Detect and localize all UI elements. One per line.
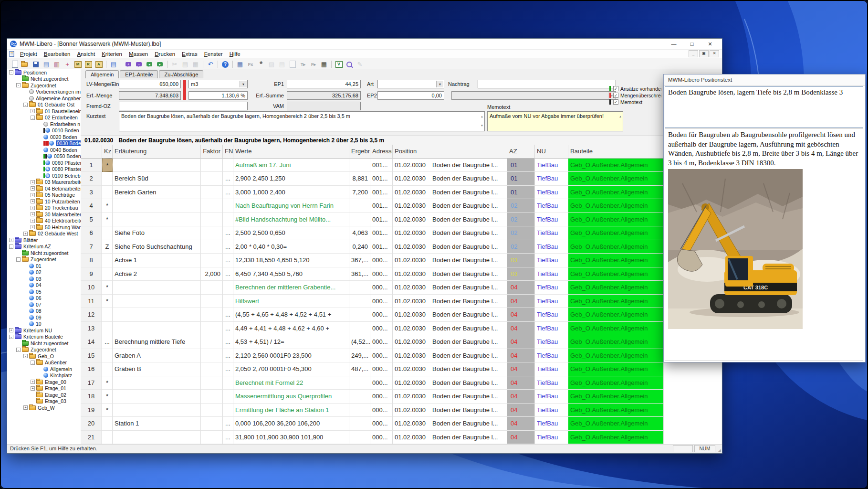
cell-fn[interactable] (223, 390, 233, 404)
expand-icon[interactable]: + (31, 212, 35, 216)
tree-item-bl-tter[interactable]: +Blätter (7, 237, 81, 244)
expand-icon[interactable]: + (9, 238, 13, 242)
tree-item-08[interactable]: 08 (7, 308, 81, 315)
cell-ergebnis[interactable] (349, 417, 370, 431)
cell-bauteile[interactable]: Geb_O.Außenber.Allgemein (568, 390, 664, 404)
cell-row-number[interactable]: 14 (81, 335, 102, 349)
collapse-icon[interactable]: - (16, 257, 21, 262)
collapse-icon[interactable]: - (9, 70, 13, 74)
cell-row-number[interactable]: 18 (81, 390, 102, 404)
expand-icon[interactable]: + (31, 380, 35, 384)
ep1-input[interactable]: 44,25 (287, 80, 361, 88)
cell-faktor[interactable] (201, 349, 223, 363)
cell-werte[interactable]: 2,050 2,700 0001F0 45,300 (233, 362, 349, 376)
cell-kz[interactable] (102, 226, 113, 240)
positionstext-long[interactable]: Boden für Baugruben ab Baugrubensohle pr… (665, 128, 863, 361)
cell-az[interactable]: 04 (507, 376, 535, 390)
expand-icon[interactable]: + (31, 109, 35, 113)
cell-faktor[interactable] (201, 362, 223, 376)
cell-row-number[interactable]: 5 (81, 213, 102, 227)
cell-position[interactable]: 01.02.0030Boden der Baugrube l... (393, 281, 507, 295)
cell-az[interactable]: 02 (507, 226, 535, 240)
cell-kz[interactable]: * (102, 159, 113, 172)
cell-bauteile[interactable]: Geb_O.Außenber.Allgemein (568, 308, 664, 322)
cell-werte[interactable]: 31,900 101,900 30,900 101,900 (233, 431, 349, 445)
cell-bauteile[interactable]: Geb_O.Außenber.Allgemein (568, 431, 664, 445)
collapse-icon[interactable]: - (23, 354, 28, 358)
cell-adresse[interactable]: 000... (370, 349, 393, 363)
cell-faktor[interactable] (201, 322, 223, 336)
cell-erlaeuterung[interactable] (113, 404, 201, 417)
positionstext-title[interactable]: MWM-Libero Positionstext (664, 74, 865, 86)
tree-item-etage-02[interactable]: Etage_02 (7, 392, 81, 398)
cell-ergebnis[interactable]: 0,240 (349, 240, 370, 254)
expand-icon[interactable]: + (23, 232, 28, 236)
memotext-input[interactable]: Aufmaße vom NU vor Abgabe immer überprüf… (487, 111, 623, 131)
cell-faktor[interactable] (201, 335, 223, 349)
menu-hilfe[interactable]: Hilfe (226, 51, 244, 57)
cell-position[interactable]: 01.02.0030Boden der Baugrube l... (393, 390, 507, 404)
checkbox-memotext[interactable]: ✓ (613, 99, 618, 105)
cell-adresse[interactable]: 000... (370, 281, 393, 295)
cell-adresse[interactable]: 001... (370, 186, 393, 200)
cell-az[interactable]: 01 (507, 172, 535, 186)
cell-ergebnis[interactable]: 4,063 (349, 226, 370, 240)
cell-bauteile[interactable]: Geb_O.Außenber.Allgemein (568, 267, 664, 281)
cell-adresse[interactable]: 000... (370, 254, 393, 267)
cell-az[interactable]: 04 (507, 390, 535, 404)
cell-fn[interactable]: ... (223, 417, 233, 431)
cell-kz[interactable]: Z (102, 240, 113, 254)
cell-az[interactable]: 04 (507, 308, 535, 322)
cell-erlaeuterung[interactable]: Siehe Foto (113, 226, 201, 240)
cell-ergebnis[interactable] (349, 199, 370, 213)
tree-item-nicht-zugeordnet[interactable]: Nicht zugeordnet (7, 250, 81, 256)
expand-icon[interactable]: + (31, 225, 35, 229)
cell-ergebnis[interactable]: 249,... (349, 349, 370, 363)
mdi-close-button[interactable]: ✕ (710, 50, 719, 57)
tree-item-03-maurerarbeiten[interactable]: +03 Maurerarbeiten (7, 179, 81, 186)
tree-item-50-heizung-warmw[interactable]: +50 Heizung Warmw (7, 224, 81, 231)
cell-fn[interactable]: ... (223, 322, 233, 336)
column-header-az[interactable]: AZ (507, 145, 535, 159)
cell-nu[interactable]: TiefBau (535, 281, 568, 295)
cell-position[interactable]: 01.02.0030Boden der Baugrube l... (393, 362, 507, 376)
cell-position[interactable]: 01.02.0030Boden der Baugrube l... (393, 159, 507, 172)
cell-adresse[interactable]: 000... (370, 376, 393, 390)
table-grid-icon[interactable]: ▦ (319, 60, 329, 69)
positionstext-short[interactable]: Boden Baugrube lösen, lagern Tiefe bis 2… (665, 86, 863, 128)
cell-position[interactable]: 01.02.0030Boden der Baugrube l... (393, 295, 507, 308)
cell-row-number[interactable]: 6 (81, 226, 102, 240)
cell-position[interactable]: 01.02.0030Boden der Baugrube l... (393, 322, 507, 336)
column-header-faktor[interactable]: Faktor (201, 145, 223, 159)
tree-item-40-elektroarbeiten[interactable]: +40 Elektroarbeiten (7, 218, 81, 224)
cell-werte[interactable]: 2,00 * 0,40 * 0,30= (233, 240, 349, 254)
cell-fn[interactable] (223, 281, 233, 295)
cell-fn[interactable]: ... (223, 267, 233, 281)
cell-kz[interactable] (102, 308, 113, 322)
cell-faktor[interactable] (201, 199, 223, 213)
cell-fn[interactable]: ... (223, 240, 233, 254)
cell-nu[interactable]: TiefBau (535, 213, 568, 227)
cell-bauteile[interactable]: Geb_O.Außenber.Allgemein (568, 295, 664, 308)
cell-kz[interactable]: ... (102, 335, 113, 349)
column-header-nu[interactable]: NU (535, 145, 568, 159)
cell-position[interactable]: 01.02.0030Boden der Baugrube l... (393, 376, 507, 390)
cell-erlaeuterung[interactable]: Achse 1 (113, 254, 201, 267)
cell-fn[interactable] (223, 213, 233, 227)
cell-faktor[interactable] (201, 254, 223, 267)
cell-adresse[interactable]: 001... (370, 172, 393, 186)
cell-nu[interactable]: TiefBau (535, 376, 568, 390)
cell-az[interactable]: 01 (507, 159, 535, 172)
chevron-down-icon[interactable]: ▼ (240, 81, 247, 87)
tree-item-01-baustelleneinrich[interactable]: +01 Baustelleneinrich (7, 108, 81, 115)
cell-adresse[interactable]: 000... (370, 431, 393, 445)
new-document-icon[interactable] (10, 60, 20, 69)
cell-nu[interactable]: TiefBau (535, 362, 568, 376)
cell-fn[interactable]: ... (223, 254, 233, 267)
cell-ergebnis[interactable] (349, 404, 370, 417)
zuordnung-dropdown[interactable]: ▼ (451, 91, 616, 100)
cell-adresse[interactable]: 000... (370, 417, 393, 431)
cell-position[interactable]: 01.02.0030Boden der Baugrube l... (393, 240, 507, 254)
tree-item-07[interactable]: 07 (7, 301, 81, 308)
cell-nu[interactable]: TiefBau (535, 254, 568, 267)
